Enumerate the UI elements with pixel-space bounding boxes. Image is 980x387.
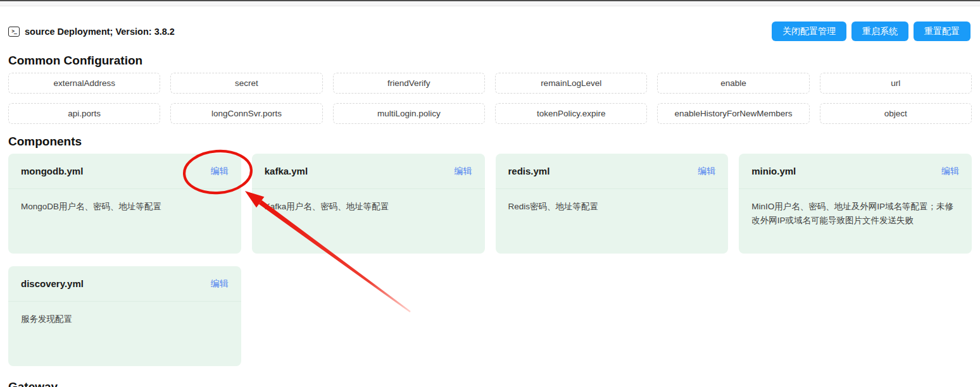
card-title: minio.yml [751, 166, 796, 176]
common-configuration-heading: Common Configuration [8, 54, 972, 68]
config-item[interactable]: longConnSvr.ports [170, 103, 322, 124]
config-item[interactable]: enableHistoryForNewMembers [657, 103, 809, 124]
config-item[interactable]: url [820, 73, 972, 94]
card-header: minio.yml 编辑 [739, 154, 972, 189]
card-title: mongodb.yml [21, 166, 83, 176]
card-description: MongoDB用户名、密码、地址等配置 [8, 189, 241, 224]
page-header: >_ source Deployment; Version: 3.8.2 关闭配… [8, 22, 972, 41]
close-config-management-button[interactable]: 关闭配置管理 [772, 22, 846, 41]
terminal-icon: >_ [8, 27, 20, 37]
component-card: redis.yml 编辑 Redis密码、地址等配置 [496, 154, 729, 254]
config-item[interactable]: object [820, 103, 972, 124]
component-card: mongodb.yml 编辑 MongoDB用户名、密码、地址等配置 [8, 154, 241, 254]
card-header: redis.yml 编辑 [496, 154, 729, 189]
header-actions: 关闭配置管理 重启系统 重置配置 [772, 22, 972, 41]
card-description: 服务发现配置 [8, 302, 241, 337]
edit-link[interactable]: 编辑 [455, 166, 472, 177]
edit-link[interactable]: 编辑 [211, 166, 229, 177]
card-title: discovery.yml [21, 278, 84, 289]
config-item[interactable]: secret [170, 73, 322, 94]
component-card: kafka.yml 编辑 Kafka用户名、密码、地址等配置 [252, 154, 485, 254]
config-item[interactable]: friendVerify [333, 73, 485, 94]
edit-link[interactable]: 编辑 [941, 166, 959, 177]
common-config-grid: externalAddress secret friendVerify rema… [8, 73, 972, 124]
card-header: discovery.yml 编辑 [8, 266, 241, 302]
browser-chrome-strip [0, 1, 980, 6]
card-title: redis.yml [508, 166, 550, 176]
config-item[interactable]: tokenPolicy.expire [495, 103, 647, 124]
edit-link[interactable]: 编辑 [211, 278, 229, 290]
reset-config-button[interactable]: 重置配置 [914, 22, 971, 41]
gateway-heading: Gateway [8, 380, 972, 387]
component-card: minio.yml 编辑 MinIO用户名、密码、地址及外网IP域名等配置；未修… [739, 154, 972, 254]
page-title: source Deployment; Version: 3.8.2 [25, 27, 175, 37]
config-management-page: >_ source Deployment; Version: 3.8.2 关闭配… [0, 22, 980, 387]
deployment-title-group: >_ source Deployment; Version: 3.8.2 [8, 27, 175, 37]
config-item[interactable]: enable [657, 73, 809, 94]
restart-system-button[interactable]: 重启系统 [851, 22, 908, 41]
card-description: MinIO用户名、密码、地址及外网IP域名等配置；未修改外网IP或域名可能导致图… [739, 189, 972, 238]
config-item[interactable]: multiLogin.policy [333, 103, 485, 124]
card-header: mongodb.yml 编辑 [8, 154, 241, 189]
edit-link[interactable]: 编辑 [698, 166, 715, 177]
card-title: kafka.yml [265, 166, 308, 176]
components-card-grid: mongodb.yml 编辑 MongoDB用户名、密码、地址等配置 kafka… [8, 154, 972, 366]
config-item[interactable]: externalAddress [8, 73, 160, 94]
card-description: Redis密码、地址等配置 [496, 189, 729, 224]
card-header: kafka.yml 编辑 [252, 154, 485, 189]
card-description: Kafka用户名、密码、地址等配置 [252, 189, 485, 224]
component-card: discovery.yml 编辑 服务发现配置 [8, 266, 241, 366]
config-item[interactable]: api.ports [8, 103, 160, 124]
components-heading: Components [8, 135, 972, 149]
config-item[interactable]: remainLogLevel [495, 73, 647, 94]
